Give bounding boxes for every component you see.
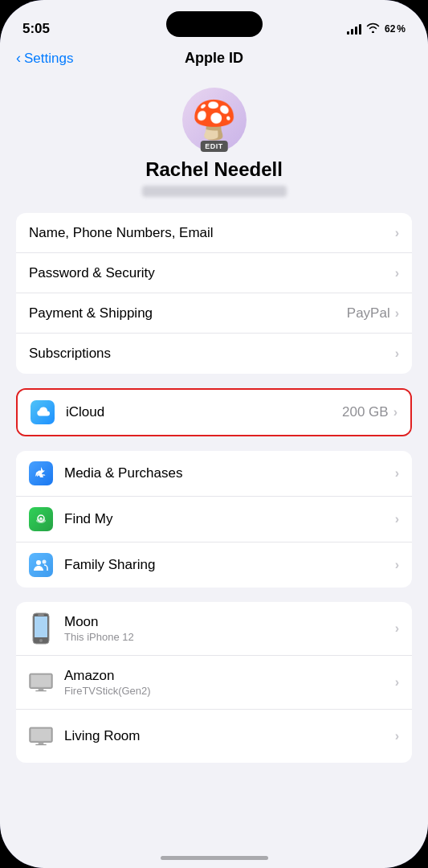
nav-bar: ‹ Settings Apple ID bbox=[0, 43, 428, 75]
amazon-device-row[interactable]: Amazon FireTVStick(Gen2) › bbox=[16, 656, 412, 710]
svg-point-4 bbox=[43, 560, 47, 564]
findmy-icon bbox=[29, 507, 53, 531]
livingroom-device-icon bbox=[29, 720, 53, 752]
dynamic-island bbox=[166, 11, 263, 37]
content-area: 🍄 EDIT Rachel Needell Name, Phone Number… bbox=[0, 75, 428, 856]
subscriptions-label: Subscriptions bbox=[29, 346, 395, 362]
account-settings-group: Name, Phone Numbers, Email › Password & … bbox=[16, 213, 412, 374]
payment-shipping-content: Payment & Shipping bbox=[29, 305, 347, 321]
password-security-content: Password & Security bbox=[29, 265, 395, 281]
find-my-chevron-icon: › bbox=[395, 512, 399, 526]
appstore-icon: A bbox=[29, 461, 53, 485]
profile-section: 🍄 EDIT Rachel Needell bbox=[16, 75, 412, 213]
icloud-row-wrapper: iCloud 200 GB › bbox=[16, 388, 412, 436]
find-my-label: Find My bbox=[64, 511, 395, 527]
svg-rect-7 bbox=[38, 615, 44, 616]
svg-rect-11 bbox=[39, 689, 44, 691]
services-group: A Media & Purchases › bbox=[16, 451, 412, 588]
icloud-icon bbox=[31, 400, 55, 424]
find-my-content: Find My bbox=[64, 511, 395, 527]
svg-rect-12 bbox=[35, 690, 46, 691]
svg-rect-16 bbox=[35, 744, 46, 745]
family-sharing-row[interactable]: Family Sharing › bbox=[16, 542, 412, 588]
avatar-container[interactable]: 🍄 EDIT bbox=[182, 88, 247, 152]
livingroom-device-chevron-icon: › bbox=[395, 729, 399, 743]
name-phone-email-row[interactable]: Name, Phone Numbers, Email › bbox=[16, 213, 412, 253]
wifi-icon bbox=[366, 23, 380, 35]
find-my-row[interactable]: Find My › bbox=[16, 497, 412, 542]
family-sharing-content: Family Sharing bbox=[64, 557, 395, 573]
media-purchases-label: Media & Purchases bbox=[64, 465, 395, 481]
payment-shipping-chevron-icon: › bbox=[395, 306, 399, 321]
livingroom-device-content: Living Room bbox=[64, 728, 395, 744]
svg-rect-15 bbox=[39, 743, 44, 745]
moon-device-row[interactable]: Moon This iPhone 12 › bbox=[16, 602, 412, 656]
moon-device-chevron-icon: › bbox=[395, 621, 399, 636]
payment-shipping-row[interactable]: Payment & Shipping PayPal › bbox=[16, 293, 412, 334]
iphone-device-icon bbox=[29, 612, 53, 645]
family-sharing-label: Family Sharing bbox=[64, 557, 395, 573]
battery-percent: 62 bbox=[385, 23, 395, 35]
icloud-group: iCloud 200 GB › bbox=[16, 388, 412, 436]
svg-point-8 bbox=[39, 639, 43, 642]
name-phone-email-label: Name, Phone Numbers, Email bbox=[29, 225, 395, 241]
page-title: Apple ID bbox=[185, 50, 243, 67]
home-indicator bbox=[161, 856, 268, 860]
battery-percent-sign: % bbox=[397, 23, 406, 35]
password-security-label: Password & Security bbox=[29, 265, 395, 281]
name-phone-email-content: Name, Phone Numbers, Email bbox=[29, 225, 395, 241]
battery-indicator: 62 % bbox=[385, 23, 406, 35]
livingroom-device-title: Living Room bbox=[64, 728, 395, 744]
icloud-storage-value: 200 GB bbox=[342, 404, 389, 420]
icloud-chevron-icon: › bbox=[393, 405, 397, 420]
svg-rect-14 bbox=[31, 729, 51, 741]
avatar-emoji: 🍄 bbox=[191, 98, 237, 141]
icloud-label: iCloud bbox=[66, 404, 342, 420]
name-phone-chevron-icon: › bbox=[395, 226, 399, 240]
payment-shipping-value: PayPal bbox=[347, 305, 390, 321]
subscriptions-content: Subscriptions bbox=[29, 346, 395, 362]
amazon-device-subtitle: FireTVStick(Gen2) bbox=[64, 685, 395, 697]
password-security-chevron-icon: › bbox=[395, 266, 399, 280]
media-purchases-row[interactable]: A Media & Purchases › bbox=[16, 451, 412, 497]
svg-rect-6 bbox=[35, 616, 47, 637]
profile-email bbox=[142, 186, 287, 197]
icloud-content: iCloud bbox=[66, 404, 342, 420]
family-icon bbox=[29, 553, 53, 577]
icloud-row[interactable]: iCloud 200 GB › bbox=[18, 390, 410, 435]
svg-text:A: A bbox=[37, 470, 42, 478]
family-sharing-chevron-icon: › bbox=[395, 558, 399, 572]
password-security-row[interactable]: Password & Security › bbox=[16, 253, 412, 293]
amazon-device-chevron-icon: › bbox=[395, 675, 399, 690]
devices-group: Moon This iPhone 12 › bbox=[16, 602, 412, 763]
back-label: Settings bbox=[24, 51, 73, 67]
tv-device-icon bbox=[29, 666, 53, 698]
payment-shipping-label: Payment & Shipping bbox=[29, 305, 347, 321]
svg-point-3 bbox=[36, 560, 41, 565]
profile-name: Rachel Needell bbox=[145, 158, 283, 181]
signal-icon bbox=[347, 24, 361, 35]
media-purchases-chevron-icon: › bbox=[395, 466, 399, 481]
moon-device-subtitle: This iPhone 12 bbox=[64, 631, 395, 643]
moon-device-title: Moon bbox=[64, 614, 395, 630]
amazon-device-title: Amazon bbox=[64, 668, 395, 684]
back-chevron-icon: ‹ bbox=[16, 50, 21, 67]
back-button[interactable]: ‹ Settings bbox=[16, 50, 73, 67]
media-purchases-content: Media & Purchases bbox=[64, 465, 395, 481]
avatar-edit-badge: EDIT bbox=[200, 141, 228, 152]
moon-device-content: Moon This iPhone 12 bbox=[64, 614, 395, 643]
subscriptions-chevron-icon: › bbox=[395, 346, 399, 361]
status-time: 5:05 bbox=[22, 21, 50, 37]
livingroom-device-row[interactable]: Living Room › bbox=[16, 710, 412, 763]
subscriptions-row[interactable]: Subscriptions › bbox=[16, 334, 412, 374]
status-icons: 62 % bbox=[347, 23, 406, 35]
amazon-device-content: Amazon FireTVStick(Gen2) bbox=[64, 668, 395, 697]
svg-rect-10 bbox=[31, 675, 51, 687]
